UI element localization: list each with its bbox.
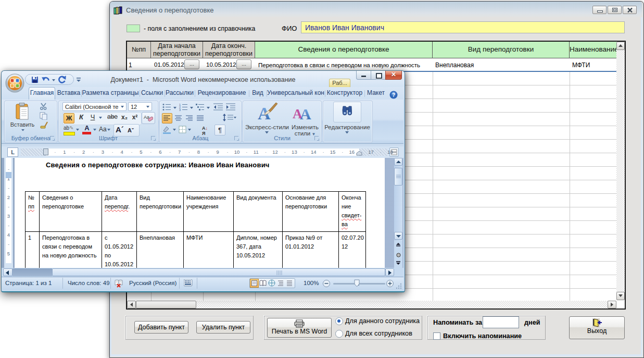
- svg-text:A: A: [300, 105, 311, 121]
- svg-text:3: 3: [179, 108, 181, 111]
- svg-text:A: A: [258, 104, 271, 123]
- svg-text:?: ?: [392, 92, 395, 98]
